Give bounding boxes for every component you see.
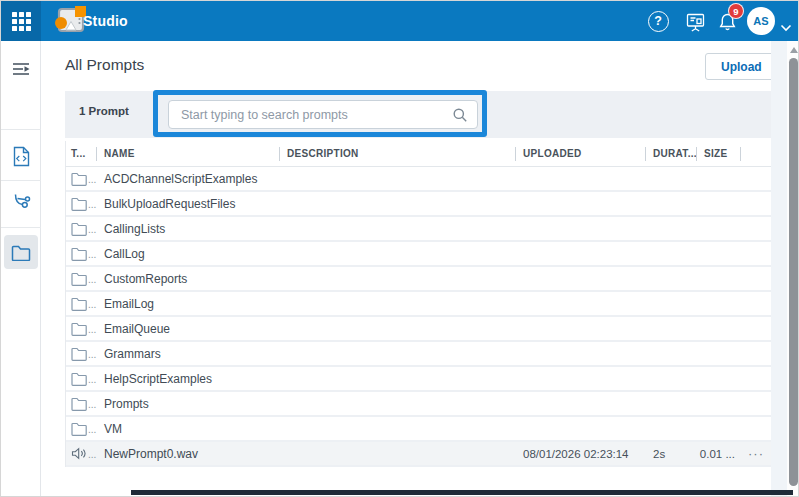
row-type-icon [71,272,87,286]
row-actions-button[interactable] [741,317,771,340]
vertical-scrollbar[interactable] [787,42,799,497]
table-row[interactable]: ... HelpScriptExamples [66,367,771,392]
row-duration [646,167,697,190]
row-name[interactable]: CallingLists [97,217,280,240]
row-actions-button[interactable] [741,242,771,265]
table-row[interactable]: ... CallingLists [66,217,771,242]
row-type-icon [71,247,87,261]
column-header-size[interactable]: SIZE [697,141,741,166]
scrollbar-thumb[interactable] [789,58,798,486]
row-size [697,417,741,440]
row-size [697,267,741,290]
row-type-cell: ... [66,242,97,265]
row-type-cell: ... [66,417,97,440]
row-actions-button[interactable] [741,167,771,190]
sidebar-item-scripts[interactable] [1,49,41,89]
row-type-cell: ... [66,267,97,290]
row-actions-button[interactable] [741,292,771,315]
table-row[interactable]: ... CallLog [66,242,771,267]
table-row[interactable]: ... EmailQueue [66,317,771,342]
row-name[interactable]: CustomReports [97,267,280,290]
row-name[interactable]: EmailQueue [97,317,280,340]
row-name[interactable]: Prompts [97,392,280,415]
column-header-name[interactable]: NAME [97,141,280,166]
content-right-gutter [771,41,787,497]
table-row[interactable]: ... CustomReports [66,267,771,292]
screen-monitor-icon [685,12,706,32]
row-actions-button[interactable] [741,367,771,390]
table-row[interactable]: ... Grammars [66,342,771,367]
sidebar-divider [1,227,41,228]
upload-button[interactable]: Upload [705,53,778,80]
table-row[interactable]: ... EmailLog [66,292,771,317]
row-actions-button[interactable] [741,417,771,440]
row-actions-button[interactable] [741,192,771,215]
table-row[interactable]: ... Prompts [66,392,771,417]
row-name[interactable]: HelpScriptExamples [97,367,280,390]
search-icon[interactable] [452,107,468,123]
column-header-description[interactable]: DESCRIPTION [280,141,516,166]
type-truncation: ... [88,276,96,284]
column-header-duration[interactable]: DURAT... [646,141,697,166]
flow-branch-icon [11,193,31,213]
table-row[interactable]: ... NewPrompt0.wav 08/01/2026 02:23:14 2… [66,442,771,467]
table-row[interactable]: ... ACDChannelScriptExamples [66,167,771,192]
row-actions-button[interactable] [741,267,771,290]
row-type-icon [71,347,87,361]
row-name[interactable]: CallLog [97,242,280,265]
scrollbar-up-arrow-icon[interactable] [790,47,798,53]
row-size: 0.01 ... [697,442,741,465]
row-type-icon [71,397,87,411]
row-description [280,392,516,415]
row-type-icon [71,197,87,211]
row-uploaded [516,292,646,315]
row-duration: 2s [646,442,697,465]
row-uploaded [516,392,646,415]
row-description [280,242,516,265]
row-description [280,342,516,365]
search-input[interactable] [169,108,452,122]
row-actions-button[interactable] [741,217,771,240]
page-title: All Prompts [65,56,144,74]
row-name[interactable]: Grammars [97,342,280,365]
avatar[interactable]: AS [747,7,775,35]
row-size [697,392,741,415]
column-header-actions [741,141,771,166]
row-name[interactable]: ACDChannelScriptExamples [97,167,280,190]
sidebar-item-code-files[interactable] [1,136,41,176]
app-launcher-button[interactable] [1,1,41,41]
table-row[interactable]: ... BulkUploadRequestFiles [66,192,771,217]
row-uploaded [516,217,646,240]
row-description [280,292,516,315]
row-duration [646,342,697,365]
sidebar-item-files[interactable] [1,232,41,272]
row-description [280,267,516,290]
row-name[interactable]: BulkUploadRequestFiles [97,192,280,215]
row-uploaded [516,342,646,365]
row-duration [646,267,697,290]
row-size [697,167,741,190]
column-header-type[interactable]: T... [66,141,97,166]
screen-monitor-button[interactable] [683,10,707,34]
type-truncation: ... [88,401,96,409]
table-row[interactable]: ... VM [66,417,771,442]
row-type-cell: ... [66,442,97,465]
row-actions-button[interactable]: ··· [741,442,771,465]
row-actions-button[interactable] [741,342,771,365]
type-truncation: ... [88,451,96,459]
row-uploaded [516,192,646,215]
type-truncation: ... [88,301,96,309]
row-type-icon [71,222,87,236]
row-actions-button[interactable] [741,392,771,415]
row-name[interactable]: VM [97,417,280,440]
help-button[interactable]: ? [646,9,670,33]
row-uploaded [516,167,646,190]
column-header-uploaded[interactable]: UPLOADED [516,141,646,166]
row-name[interactable]: EmailLog [97,292,280,315]
row-description [280,192,516,215]
sidebar-divider [1,180,41,181]
avatar-chevron-down-icon[interactable] [780,18,792,36]
row-name[interactable]: NewPrompt0.wav [97,442,280,465]
cropped-ui-edge [131,490,793,495]
sidebar-item-flows[interactable] [1,183,41,223]
